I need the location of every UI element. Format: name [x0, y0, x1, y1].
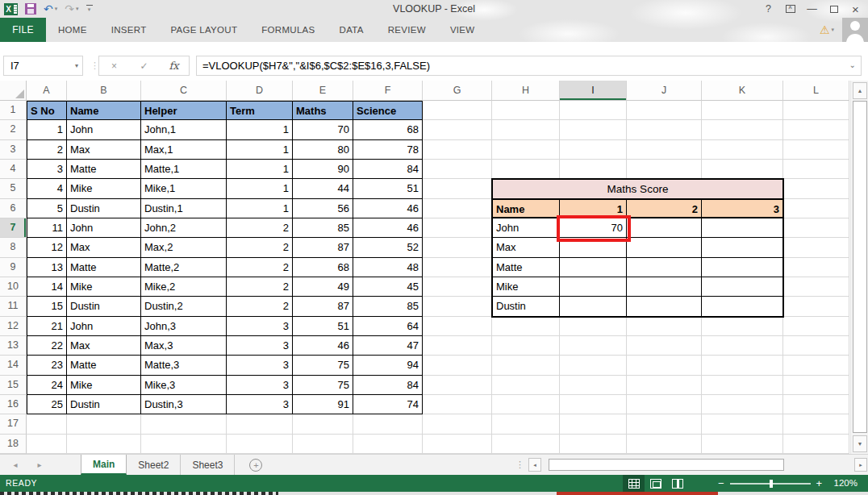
cell-D2[interactable]: 1	[227, 120, 293, 139]
cell-G4[interactable]	[423, 160, 492, 179]
cell-A17[interactable]	[27, 414, 67, 434]
cell-B15[interactable]: Mike	[67, 376, 141, 395]
column-header-L[interactable]: L	[783, 81, 849, 101]
cell-L2[interactable]	[783, 120, 849, 139]
cell-C15[interactable]: Mike,3	[141, 376, 227, 395]
cell-B4[interactable]: Matte	[67, 160, 141, 179]
cell-I17[interactable]	[560, 414, 627, 434]
cell-F2[interactable]: 68	[353, 120, 423, 139]
cell-D5[interactable]: 1	[227, 179, 293, 198]
name-box[interactable]: I7 ▾	[3, 56, 83, 76]
cell-A14[interactable]: 23	[27, 356, 67, 375]
cell-B8[interactable]: Max	[67, 238, 141, 257]
horizontal-scrollbar[interactable]: ◂ ▸	[528, 455, 867, 475]
enter-button[interactable]: ✓	[129, 60, 159, 72]
cell-F11[interactable]: 85	[353, 297, 423, 316]
ribbon-display-options-button[interactable]: ^	[779, 0, 801, 18]
normal-view-button[interactable]	[623, 475, 645, 492]
cell-H18[interactable]	[492, 435, 560, 454]
column-header-E[interactable]: E	[293, 81, 353, 101]
cell-H9[interactable]: Matte	[492, 258, 560, 277]
cell-C4[interactable]: Matte,1	[141, 160, 227, 179]
scrollbar-resize-icon[interactable]: ⋮	[515, 460, 524, 470]
row-header-7[interactable]: 7	[0, 218, 27, 238]
cell-D4[interactable]: 1	[227, 160, 293, 179]
cell-H7[interactable]: John	[492, 218, 560, 238]
cell-J10[interactable]	[627, 277, 702, 297]
column-header-H[interactable]: H	[492, 81, 560, 101]
cell-G18[interactable]	[423, 435, 492, 454]
cell-G17[interactable]	[423, 414, 492, 434]
cell-F9[interactable]: 48	[353, 258, 423, 277]
cell-B18[interactable]	[67, 435, 141, 454]
row-header-2[interactable]: 2	[0, 120, 27, 139]
scroll-left-icon[interactable]: ◂	[528, 458, 541, 472]
cell-B12[interactable]: John	[67, 317, 141, 336]
minimize-button[interactable]: —	[801, 0, 823, 18]
cell-D10[interactable]: 2	[227, 277, 293, 297]
cell-I13[interactable]	[560, 336, 627, 356]
cell-K15[interactable]	[702, 376, 783, 395]
cell-F6[interactable]: 46	[353, 199, 423, 218]
cell-K9[interactable]	[702, 258, 783, 277]
sheet-tab-sheet2[interactable]: Sheet2	[127, 455, 181, 475]
column-header-J[interactable]: J	[627, 81, 702, 101]
row-header-10[interactable]: 10	[0, 277, 27, 297]
cell-I11[interactable]	[560, 297, 627, 316]
cell-B10[interactable]: Mike	[67, 277, 141, 297]
cell-D1[interactable]: Term	[227, 101, 293, 120]
cell-D3[interactable]: 1	[227, 140, 293, 160]
cell-F17[interactable]	[353, 414, 423, 434]
tab-data[interactable]: DATA	[328, 18, 376, 42]
cell-C9[interactable]: Matte,2	[141, 258, 227, 277]
cell-B11[interactable]: Dustin	[67, 297, 141, 316]
column-header-I[interactable]: I	[560, 81, 627, 101]
scroll-up-icon[interactable]: ▲	[853, 82, 867, 99]
row-header-9[interactable]: 9	[0, 258, 27, 277]
cell-G11[interactable]	[423, 297, 492, 316]
cell-L5[interactable]	[783, 179, 849, 198]
tab-page-layout[interactable]: PAGE LAYOUT	[158, 18, 249, 42]
cell-K18[interactable]	[702, 435, 783, 454]
cell-B5[interactable]: Mike	[67, 179, 141, 198]
cell-E12[interactable]: 51	[293, 317, 353, 336]
zoom-out-icon[interactable]: −	[718, 478, 724, 489]
cell-A15[interactable]: 24	[27, 376, 67, 395]
cell-L4[interactable]	[783, 160, 849, 179]
cell-I7[interactable]: 70	[560, 218, 627, 238]
cell-B14[interactable]: Matte	[67, 356, 141, 375]
cell-F13[interactable]: 47	[353, 336, 423, 356]
cell-J1[interactable]	[627, 101, 702, 120]
cell-H3[interactable]	[492, 140, 560, 160]
cell-H14[interactable]	[492, 356, 560, 375]
close-button[interactable]: ×	[845, 0, 866, 18]
cell-D15[interactable]: 3	[227, 376, 293, 395]
cell-G7[interactable]	[423, 218, 492, 238]
sheet-nav-right-icon[interactable]: ▸	[27, 455, 52, 475]
cell-A3[interactable]: 2	[27, 140, 67, 160]
cell-J13[interactable]	[627, 336, 702, 356]
cell-C5[interactable]: Mike,1	[141, 179, 227, 198]
zoom-level[interactable]: 120%	[834, 475, 858, 492]
cell-K12[interactable]	[702, 317, 783, 336]
cell-H16[interactable]	[492, 395, 560, 414]
cell-E15[interactable]: 75	[293, 376, 353, 395]
cell-H2[interactable]	[492, 120, 560, 139]
column-header-A[interactable]: A	[27, 81, 67, 101]
cell-A11[interactable]: 15	[27, 297, 67, 316]
cell-E16[interactable]: 91	[293, 395, 353, 414]
cell-I10[interactable]	[560, 277, 627, 297]
cell-L7[interactable]	[783, 218, 849, 238]
cell-B3[interactable]: Max	[67, 140, 141, 160]
cell-E10[interactable]: 49	[293, 277, 353, 297]
cell-J14[interactable]	[627, 356, 702, 375]
cell-K13[interactable]	[702, 336, 783, 356]
cell-E7[interactable]: 85	[293, 218, 353, 238]
cell-H17[interactable]	[492, 414, 560, 434]
cell-J12[interactable]	[627, 317, 702, 336]
cell-J16[interactable]	[627, 395, 702, 414]
cell-A16[interactable]: 25	[27, 395, 67, 414]
save-icon[interactable]	[25, 3, 36, 15]
cell-K8[interactable]	[702, 238, 783, 257]
cell-K10[interactable]	[702, 277, 783, 297]
